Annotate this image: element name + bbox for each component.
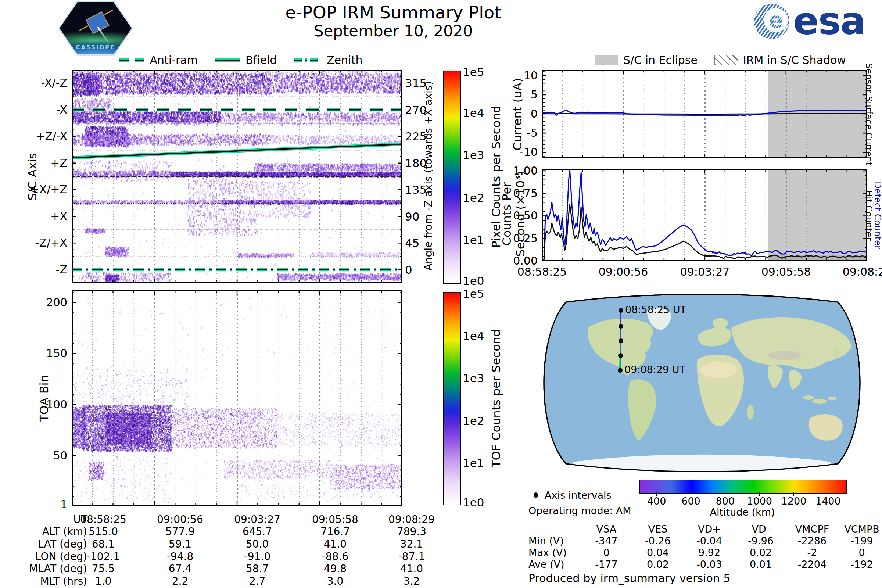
- ground-track-time-label: 08:58:25 UT: [625, 304, 686, 315]
- toa-tick-label: 50: [9, 449, 67, 462]
- spectro-legend: Anti-ram Bfield Zenith: [79, 54, 402, 66]
- toa-tick-label: 200: [9, 296, 67, 309]
- esa-wordmark: esa: [793, 0, 866, 44]
- spectro-right-axis-label: Angle from -Z axis (towards +X axis): [422, 69, 434, 283]
- world-map: 08:58:25 UT09:08:29 UT: [525, 291, 878, 475]
- counts-tick-label: 0.25: [501, 232, 538, 245]
- legend-item-eclipse: S/C in Eclipse: [595, 54, 698, 66]
- position-cell: -88.6: [302, 550, 368, 562]
- patch-label: CASSIOPE: [60, 44, 132, 51]
- position-cell: 59.1: [147, 538, 213, 550]
- voltage-col-header: VSA: [580, 524, 632, 535]
- time-tick-label: 09:00:56: [588, 266, 658, 278]
- ground-track-time-label: 09:08:29 UT: [624, 364, 686, 375]
- tof-colorbar-label: TOF Counts per Second: [489, 288, 503, 508]
- current-tick-label: 5: [501, 88, 538, 101]
- position-cell: 09:05:58: [302, 513, 368, 525]
- position-cell: 68.1: [70, 538, 136, 550]
- position-cell: 09:03:27: [224, 513, 290, 525]
- esa-globe-icon: e: [754, 4, 789, 39]
- legend-item-shadow: IRM in S/C Shadow: [714, 54, 846, 66]
- voltage-cell: -0.03: [684, 559, 735, 570]
- epop-irm-summary-plot: CASSIOPE e-POP IRM Summary Plot Septembe…: [0, 0, 882, 588]
- cassiope-patch-art: CASSIOPE: [60, 2, 132, 54]
- position-cell: 515.0: [70, 525, 136, 538]
- voltage-row-label: Min (V): [528, 535, 584, 546]
- page-date: September 10, 2020: [191, 22, 596, 40]
- position-cell: 41.0: [302, 538, 368, 550]
- spectro-row-label: +Z: [9, 156, 67, 170]
- spectro-row-label: +X: [9, 210, 67, 223]
- voltage-col-header: VMCPF: [786, 524, 838, 535]
- voltage-cell: -2286: [786, 535, 838, 546]
- position-cell: 75.5: [70, 562, 136, 575]
- ground-track-dot: [618, 308, 623, 313]
- current-tick-label: 10: [501, 69, 538, 82]
- world-map-svg: [525, 291, 878, 475]
- produced-by-label: Produced by irm_summary version 5: [528, 572, 730, 585]
- ground-track-dot: [618, 353, 623, 358]
- position-cell: 3.0: [302, 575, 368, 587]
- spectro-row-label: -Z/+X: [9, 236, 67, 249]
- position-cell: 67.4: [147, 562, 213, 575]
- eclipse-swatch-icon: [595, 55, 618, 65]
- colorbar-tick-label: 1e1: [463, 233, 484, 247]
- voltage-cell: -347: [580, 535, 632, 546]
- position-cell: 08:58:25: [70, 513, 136, 525]
- pixel-counts-colorbar: [443, 70, 461, 284]
- sc-axis-spectrogram: [72, 70, 402, 283]
- voltage-cell: 0: [580, 547, 632, 558]
- position-cell: 50.0: [224, 538, 290, 550]
- ground-track-dot: [618, 339, 623, 343]
- counters-panel: [542, 169, 867, 261]
- current-tick-label: 0: [501, 107, 538, 120]
- voltage-col-header: VES: [632, 524, 684, 535]
- axis-intervals-marker-icon: [534, 492, 538, 498]
- sensor-current-panel: [542, 70, 867, 158]
- altitude-colorbar: [639, 480, 847, 494]
- current-tick-label: -5: [501, 126, 538, 139]
- colorbar-tick-label: 1e5: [463, 287, 484, 300]
- altitude-colorbar-label: Altitude (km): [639, 506, 845, 518]
- colorbar-tick-label: 1e0: [463, 274, 484, 287]
- zenith-line-icon: [294, 57, 322, 63]
- voltage-cell: -2204: [786, 559, 838, 570]
- shadow-hatch-swatch-icon: [714, 55, 738, 65]
- cassiope-mission-patch: CASSIOPE: [58, 1, 133, 56]
- position-cell: 716.7: [302, 525, 368, 538]
- position-cell: 58.7: [224, 562, 290, 575]
- spectro-row-label: +Z/-X: [9, 130, 67, 142]
- position-cell: 645.7: [224, 525, 290, 538]
- colorbar-tick-label: 1e0: [463, 496, 484, 509]
- legend-label: IRM in S/C Shadow: [743, 54, 846, 66]
- position-cell: 3.2: [378, 575, 445, 587]
- eclipse-legend: S/C in Eclipse IRM in S/C Shadow: [573, 54, 867, 66]
- ground-track-dot: [618, 324, 623, 328]
- colorbar-tick-label: 1e5: [463, 65, 484, 79]
- legend-item-antiram: Anti-ram: [119, 54, 198, 66]
- satellite-beam: [97, 27, 111, 45]
- voltage-cell: -199: [836, 535, 882, 546]
- colorbar-tick-label: 1e2: [463, 191, 484, 204]
- voltage-cell: 0.04: [632, 547, 684, 558]
- position-cell: 2.7: [224, 575, 290, 587]
- voltage-cell: 0: [836, 547, 882, 558]
- voltage-col-header: VD+: [684, 524, 735, 535]
- spectro-row-label: -Z: [9, 263, 67, 276]
- position-cell: 09:00:56: [147, 513, 213, 525]
- colorbar-tick-label: 1e1: [463, 456, 484, 470]
- voltage-cell: 0.02: [632, 559, 684, 570]
- counts-tick-label: 0.50: [501, 209, 538, 222]
- spectro-row-label: +X/+Z: [9, 183, 67, 196]
- legend-label: Anti-ram: [150, 54, 198, 66]
- position-cell: 32.1: [378, 538, 445, 550]
- voltage-cell: -2: [786, 547, 838, 558]
- voltage-cell: 0.02: [735, 547, 786, 558]
- position-cell: -87.1: [378, 550, 445, 562]
- colorbar-tick-label: 1e2: [463, 414, 484, 428]
- operating-mode-label: Operating mode: AM: [528, 505, 632, 516]
- position-cell: 09:08:29: [378, 513, 445, 525]
- voltage-cell: 9.92: [684, 547, 735, 558]
- antiram-line-icon: [119, 57, 145, 63]
- altitude-tick-label: 1400: [806, 495, 850, 507]
